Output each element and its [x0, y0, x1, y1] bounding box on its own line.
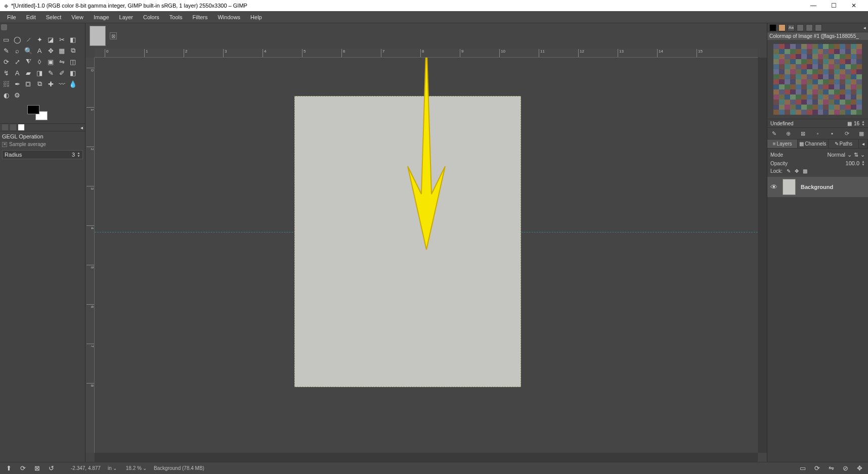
configure-layers-tab-icon[interactable]: ◂ — [859, 139, 868, 148]
colormap-cell[interactable] — [801, 84, 807, 89]
colormap-cell[interactable] — [807, 79, 812, 84]
colormap-cell[interactable] — [834, 84, 840, 89]
colormap-cell[interactable] — [840, 105, 845, 110]
histogram-tab-icon[interactable] — [778, 24, 786, 31]
colormap-cell[interactable] — [823, 79, 829, 84]
horizontal-ruler[interactable]: 0123456789101112131415 — [95, 49, 758, 58]
colormap-cell[interactable] — [856, 105, 862, 110]
colormap-cell[interactable] — [785, 74, 790, 79]
rotate-tool[interactable]: ⟳ — [1, 57, 11, 67]
layers-tab[interactable]: ≡Layers — [767, 139, 798, 148]
colormap-cell[interactable] — [785, 84, 790, 89]
colormap-cell[interactable] — [856, 100, 862, 105]
colormap-cell[interactable] — [779, 79, 785, 84]
colormap-cell[interactable] — [818, 94, 823, 100]
colormap-cell[interactable] — [856, 79, 862, 84]
paintbrush-tool[interactable]: ✐ — [57, 68, 67, 78]
colormap-cell[interactable] — [840, 110, 845, 115]
colormap-cell[interactable] — [845, 69, 851, 74]
colormap-cell[interactable] — [829, 74, 834, 79]
colormap-cell[interactable] — [807, 74, 812, 79]
sb-softproof-icon[interactable]: ▭ — [798, 464, 807, 473]
colormap-cell[interactable] — [851, 110, 856, 115]
colormap-cell[interactable] — [834, 100, 840, 105]
colormap-cell[interactable] — [790, 59, 796, 64]
colormap-cell[interactable] — [779, 69, 785, 74]
colormap-cell[interactable] — [785, 44, 790, 49]
colormap-cell[interactable] — [845, 64, 851, 69]
colormap-cell[interactable] — [790, 74, 796, 79]
colormap-cell[interactable] — [785, 79, 790, 84]
colormap-cell[interactable] — [790, 100, 796, 105]
colormap-cell[interactable] — [796, 44, 801, 49]
columns-spinner[interactable]: ▲▼ — [861, 120, 865, 126]
colormap-cell[interactable] — [801, 74, 807, 79]
colormap-cell[interactable] — [796, 110, 801, 115]
colormap-cell[interactable] — [812, 94, 818, 100]
cm-zoom-in-icon[interactable]: ▪ — [829, 130, 836, 137]
lock-position-icon[interactable]: ✥ — [795, 168, 799, 174]
colormap-cell[interactable] — [840, 69, 845, 74]
colormap-cell[interactable] — [845, 49, 851, 54]
sb-refresh-icon[interactable]: ⟳ — [18, 464, 27, 473]
colormap-cell[interactable] — [812, 44, 818, 49]
colormap-cell[interactable] — [785, 100, 790, 105]
colormap-cell[interactable] — [856, 44, 862, 49]
colormap-cell[interactable] — [785, 59, 790, 64]
colormap-cell[interactable] — [785, 105, 790, 110]
colormap-cell[interactable] — [812, 105, 818, 110]
menu-filters[interactable]: Filters — [188, 12, 213, 22]
colormap-cell[interactable] — [812, 64, 818, 69]
colormap-cell[interactable] — [801, 94, 807, 100]
colormap-cell[interactable] — [851, 94, 856, 100]
blur-tool[interactable]: 💧 — [68, 79, 78, 89]
colormap-cell[interactable] — [773, 69, 779, 74]
colormap-cell[interactable] — [779, 89, 785, 94]
colormap-cell[interactable] — [851, 64, 856, 69]
colormap-cell[interactable] — [834, 44, 840, 49]
free-select-tool[interactable]: ⟋ — [23, 34, 33, 44]
colormap-cell[interactable] — [851, 105, 856, 110]
font-tab-icon[interactable]: Aa — [788, 24, 795, 31]
colormap-cell[interactable] — [796, 84, 801, 89]
menu-image[interactable]: Image — [89, 12, 114, 22]
colormap-cell[interactable] — [796, 74, 801, 79]
colormap-cell[interactable] — [773, 59, 779, 64]
colormap-cell[interactable] — [829, 59, 834, 64]
colormap-cell[interactable] — [790, 44, 796, 49]
colormap-cell[interactable] — [834, 94, 840, 100]
colormap-cell[interactable] — [779, 74, 785, 79]
colormap-cell[interactable] — [801, 89, 807, 94]
colormap-cell[interactable] — [785, 64, 790, 69]
colormap-cell[interactable] — [801, 59, 807, 64]
colormap-cell[interactable] — [840, 94, 845, 100]
colormap-cell[interactable] — [840, 89, 845, 94]
colormap-cell[interactable] — [801, 69, 807, 74]
paths-tool[interactable]: ✎ — [1, 45, 11, 56]
colormap-cell[interactable] — [796, 59, 801, 64]
colormap-cell[interactable] — [796, 54, 801, 59]
menu-file[interactable]: File — [2, 12, 21, 22]
dodge-burn-tool[interactable]: ◐ — [1, 90, 11, 100]
vertical-scrollbar[interactable] — [758, 58, 767, 453]
colormap-cell[interactable] — [851, 69, 856, 74]
menu-colors[interactable]: Colors — [138, 12, 164, 22]
paths-tab[interactable]: ✎Paths — [829, 139, 859, 148]
colormap-cell[interactable] — [773, 74, 779, 79]
colormap-cell[interactable] — [807, 110, 812, 115]
colormap-cell[interactable] — [845, 105, 851, 110]
image-tab-close-icon[interactable]: ⊠ — [110, 32, 117, 39]
colormap-cell[interactable] — [818, 89, 823, 94]
colormap-cell[interactable] — [856, 69, 862, 74]
colormap-cell[interactable] — [812, 59, 818, 64]
colormap-cell[interactable] — [818, 49, 823, 54]
colormap-cell[interactable] — [779, 105, 785, 110]
radius-spinner[interactable]: ▲▼ — [77, 152, 80, 158]
colormap-cell[interactable] — [829, 110, 834, 115]
colormap-cell[interactable] — [856, 54, 862, 59]
colormap-cell[interactable] — [823, 84, 829, 89]
colormap-cell[interactable] — [779, 100, 785, 105]
colormap-cell[interactable] — [851, 84, 856, 89]
sb-flip-icon[interactable]: ⇋ — [827, 464, 836, 473]
colormap-cell[interactable] — [779, 84, 785, 89]
